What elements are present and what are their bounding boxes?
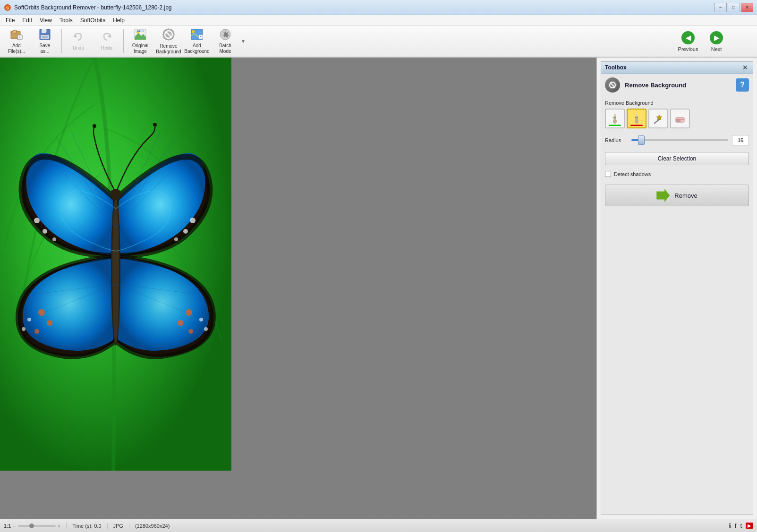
svg-marker-11 <box>108 34 111 38</box>
detect-shadows-label[interactable]: Detect shadows <box>614 171 651 177</box>
minimize-button[interactable]: − <box>714 3 727 12</box>
svg-point-35 <box>188 329 193 334</box>
radius-slider[interactable] <box>631 135 728 145</box>
original-image-label: OriginalImage <box>132 43 148 54</box>
remove-background-icon <box>162 28 175 42</box>
svg-marker-10 <box>75 34 77 38</box>
remove-bg-icon <box>605 77 620 93</box>
remove-background-label: RemoveBackground <box>156 43 181 55</box>
keep-brush-button[interactable] <box>605 109 625 128</box>
add-files-button[interactable]: + AddFile(s)... <box>3 27 30 55</box>
zoom-minus-icon[interactable]: − <box>13 523 16 529</box>
menu-tools[interactable]: Tools <box>56 16 77 25</box>
svg-point-32 <box>34 329 39 334</box>
zoom-plus-icon[interactable]: + <box>58 523 60 529</box>
section-label: Remove Background <box>605 100 749 106</box>
svg-point-29 <box>174 237 178 241</box>
menu-edit[interactable]: Edit <box>18 16 36 25</box>
original-image-icon: ABC <box>134 28 147 42</box>
twitter-icon[interactable]: t <box>740 522 742 529</box>
separator-1 <box>61 29 62 53</box>
share-icon[interactable]: f <box>735 522 737 529</box>
status-dims: (1280x960x24) <box>135 523 170 529</box>
remove-brush-underline <box>630 125 643 126</box>
status-icons: ℹ f t ▶ <box>729 522 753 530</box>
previous-button[interactable]: ◀ Previous <box>676 28 700 55</box>
status-format: JPG <box>113 523 129 529</box>
maximize-button[interactable]: □ <box>728 3 740 12</box>
save-as-label: Saveas... <box>40 43 51 54</box>
remove-brush-button[interactable] <box>627 109 646 128</box>
svg-point-39 <box>204 327 208 331</box>
canvas-area[interactable] <box>0 58 596 519</box>
radius-value[interactable]: 16 <box>732 135 749 145</box>
svg-point-62 <box>635 119 638 124</box>
undo-icon <box>73 32 84 44</box>
slider-track <box>631 139 728 141</box>
slider-thumb[interactable] <box>638 135 645 145</box>
menu-softorbits[interactable]: SoftOrbits <box>77 16 109 25</box>
info-icon[interactable]: ℹ <box>729 522 731 530</box>
add-files-label: AddFile(s)... <box>8 43 25 54</box>
redo-button[interactable]: Redo <box>93 27 120 55</box>
nav-area: ◀ Previous ▶ Next <box>676 25 729 58</box>
toolbox: Toolbox ✕ Remove Background ? <box>601 61 753 515</box>
remove-bg-title: Remove Background <box>625 82 686 89</box>
batch-mode-button[interactable]: BatchMode <box>212 27 239 55</box>
toolbar: + AddFile(s)... Saveas... Undo <box>0 25 757 58</box>
svg-point-31 <box>47 320 52 326</box>
previous-label: Previous <box>678 46 698 52</box>
add-background-button[interactable]: + AddBackground <box>183 27 211 55</box>
menu-file[interactable]: File <box>2 16 18 25</box>
help-button[interactable]: ? <box>736 78 749 92</box>
eraser-button[interactable] <box>670 109 690 128</box>
detect-shadows-row: Detect shadows <box>605 171 749 177</box>
svg-point-27 <box>190 218 196 223</box>
svg-rect-7 <box>46 29 47 32</box>
detect-shadows-checkbox[interactable] <box>605 171 611 177</box>
add-background-label: AddBackground <box>184 43 209 54</box>
youtube-icon[interactable]: ▶ <box>746 523 753 529</box>
svg-line-64 <box>655 119 659 123</box>
batch-mode-label: BatchMode <box>219 43 231 54</box>
svg-point-25 <box>43 229 47 234</box>
svg-text:S: S <box>6 6 9 10</box>
menu-help[interactable]: Help <box>109 16 128 25</box>
redo-icon <box>101 32 112 44</box>
svg-text:ABC: ABC <box>136 29 144 33</box>
svg-point-41 <box>112 197 119 343</box>
add-background-icon: + <box>190 28 204 42</box>
toolbox-title: Toolbox <box>605 64 627 71</box>
original-image-button[interactable]: ABC OriginalImage <box>127 27 154 55</box>
right-panel: Toolbox ✕ Remove Background ? <box>596 58 757 519</box>
app-icon: S <box>4 4 11 11</box>
clear-selection-button[interactable]: Clear Selection <box>605 152 749 165</box>
undo-button[interactable]: Undo <box>65 27 92 55</box>
zoom-slider[interactable] <box>18 525 56 527</box>
svg-point-59 <box>613 119 617 124</box>
magic-wand-button[interactable] <box>648 109 668 128</box>
zoom-control: 1:1 − + <box>4 523 67 529</box>
close-button[interactable]: ✕ <box>741 3 753 12</box>
radius-row: Radius 16 <box>605 135 749 145</box>
window-controls: − □ ✕ <box>714 3 753 12</box>
toolbox-body: Remove Background ? Remove Background <box>601 74 753 210</box>
svg-point-28 <box>183 229 188 234</box>
menu-bar: File Edit View Tools SoftOrbits Help <box>0 15 757 25</box>
main-area: Toolbox ✕ Remove Background ? <box>0 58 757 519</box>
canvas-image <box>0 58 231 471</box>
remove-background-button[interactable]: RemoveBackground <box>155 27 182 55</box>
toolbox-close-button[interactable]: ✕ <box>741 64 749 71</box>
next-button[interactable]: ▶ Next <box>704 28 729 55</box>
next-label: Next <box>711 46 722 52</box>
toolbar-expand[interactable]: ▼ <box>240 27 247 55</box>
svg-point-34 <box>178 320 183 326</box>
undo-label: Undo <box>73 45 84 51</box>
save-as-button[interactable]: Saveas... <box>31 27 59 55</box>
remove-button[interactable]: Remove <box>605 185 749 206</box>
add-files-icon: + <box>10 28 23 42</box>
zoom-thumb[interactable] <box>29 524 34 528</box>
menu-view[interactable]: View <box>36 16 56 25</box>
svg-rect-63 <box>635 117 638 118</box>
keep-brush-underline <box>609 125 621 126</box>
